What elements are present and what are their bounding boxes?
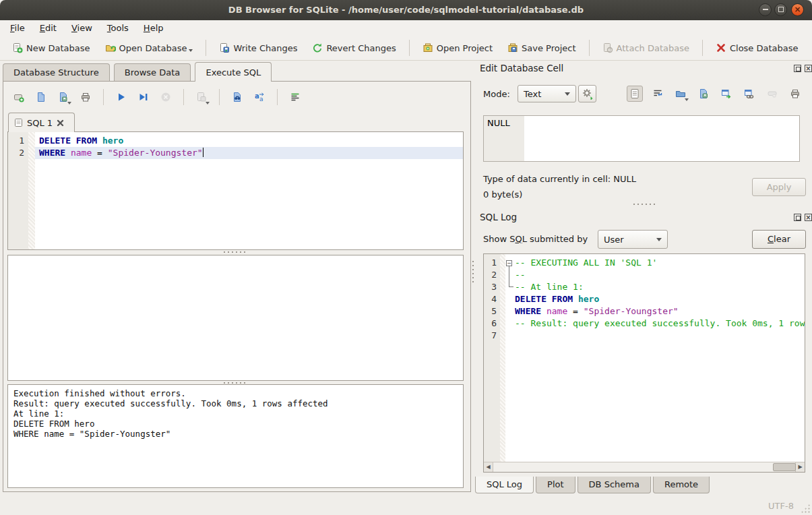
toolbar-separator: [183, 89, 184, 105]
edit-cell-toolbar: [627, 86, 803, 102]
resize-grip[interactable]: [801, 504, 810, 513]
tab-remote[interactable]: Remote: [653, 477, 710, 493]
toolbar-separator: [409, 40, 410, 56]
word-wrap-toggle-icon[interactable]: [287, 89, 303, 105]
attach-database-button[interactable]: Attach Database: [597, 39, 695, 57]
mode-select[interactable]: Text: [518, 85, 576, 102]
menu-help[interactable]: Help: [136, 22, 171, 34]
close-database-label: Close Database: [730, 43, 799, 53]
svg-text:a: a: [255, 92, 259, 100]
main-tab-bar: Database Structure Browse Data Execute S…: [3, 62, 273, 82]
open-sql-file-button[interactable]: [33, 89, 49, 105]
menu-edit[interactable]: Edit: [32, 22, 64, 34]
open-project-button[interactable]: Open Project: [417, 39, 498, 57]
editor-code[interactable]: DELETE FROM heroWHERE name = "Spider-You…: [35, 132, 463, 249]
sql-tab-close-icon[interactable]: [57, 119, 64, 127]
apply-button[interactable]: Apply: [752, 178, 806, 196]
import-dropdown-icon[interactable]: [685, 98, 689, 101]
scrollbar-track[interactable]: [493, 462, 795, 472]
execution-message-pane: Execution finished without errors.Result…: [7, 384, 464, 488]
dock-close-icon[interactable]: ×: [805, 214, 812, 221]
tab-database-structure[interactable]: Database Structure: [3, 63, 110, 82]
tab-sql-log[interactable]: SQL Log: [475, 477, 534, 493]
sql-editor[interactable]: 12 DELETE FROM heroWHERE name = "Spider-…: [7, 131, 464, 250]
new-sql-tab-button[interactable]: [11, 89, 27, 105]
save-sql-file-button[interactable]: [55, 89, 71, 105]
gear-icon: [582, 88, 594, 100]
tab-plot[interactable]: Plot: [536, 477, 575, 493]
auto-apply-settings-button[interactable]: [578, 85, 596, 102]
menu-file[interactable]: File: [3, 22, 32, 34]
log-horizontal-scrollbar[interactable]: ◀ ▶: [484, 462, 805, 472]
word-wrap-button[interactable]: [650, 86, 666, 102]
edit-cell-dock-title: Edit Database Cell: [480, 63, 563, 73]
editor-results-splitter[interactable]: [222, 251, 247, 253]
export-data-button[interactable]: [695, 86, 712, 102]
clear-log-button[interactable]: Clear: [752, 230, 806, 249]
toolbar-separator: [277, 89, 278, 105]
results-grid-pane: [7, 255, 464, 381]
maximize-button[interactable]: [774, 3, 787, 16]
scroll-left-icon[interactable]: ◀: [484, 462, 493, 472]
save-sql-dropdown-icon[interactable]: [67, 102, 71, 104]
auto-format-button[interactable]: aa: [251, 89, 268, 105]
import-data-button[interactable]: [673, 86, 689, 102]
main-vertical-splitter[interactable]: [472, 260, 474, 284]
scroll-right-icon[interactable]: ▶: [795, 462, 805, 472]
tab-db-schema[interactable]: DB Schema: [577, 477, 651, 493]
open-project-icon: [423, 42, 433, 53]
open-database-button[interactable]: Open Database: [100, 39, 199, 57]
stop-execution-button[interactable]: [158, 89, 174, 105]
print-button[interactable]: [77, 89, 94, 105]
dock-float-icon[interactable]: [794, 65, 801, 72]
toolbar-separator: [219, 89, 220, 105]
title-bar[interactable]: DB Browser for SQLite - /home/user/code/…: [0, 0, 812, 20]
maximize-icon: [778, 7, 784, 12]
minimize-icon: [763, 9, 768, 10]
close-button[interactable]: ×: [791, 3, 804, 16]
fold-collapse-icon[interactable]: −: [506, 260, 512, 266]
minimize-button[interactable]: [759, 3, 772, 16]
text-mode-button[interactable]: [627, 86, 643, 102]
save-results-dropdown-icon[interactable]: [206, 102, 210, 104]
toolbar-separator: [589, 40, 590, 56]
chevron-down-icon: [565, 92, 570, 96]
sql-log-dock-buttons: ×: [794, 214, 812, 221]
dock-close-icon[interactable]: ×: [805, 65, 812, 72]
encoding-indicator[interactable]: UTF-8: [768, 501, 794, 511]
menu-bar: File Edit View Tools Help: [0, 20, 812, 36]
tab-browse-data[interactable]: Browse Data: [114, 63, 191, 82]
tab-execute-sql[interactable]: Execute SQL: [195, 62, 272, 82]
menu-tools[interactable]: Tools: [100, 22, 136, 34]
write-changes-button[interactable]: Write Changes: [214, 39, 303, 57]
sql-document-tab[interactable]: SQL 1: [8, 113, 75, 132]
close-database-button[interactable]: Close Database: [710, 39, 804, 57]
fold-guide-line: [509, 266, 509, 287]
open-in-external-button[interactable]: [718, 86, 735, 102]
menu-view[interactable]: View: [64, 22, 100, 34]
dock-splitter[interactable]: [632, 203, 656, 206]
dock-tab-bar: SQL Log Plot DB Schema Remote: [475, 477, 712, 493]
execute-all-button[interactable]: [113, 89, 129, 105]
cell-value-editor[interactable]: NULL: [483, 115, 800, 162]
cell-size-info: 0 byte(s): [483, 189, 522, 200]
main-toolbar: New Database Open Database Write Changes…: [0, 36, 812, 61]
find-replace-button[interactable]: [229, 89, 245, 105]
close-database-icon: [716, 42, 726, 53]
set-null-button[interactable]: [764, 86, 780, 102]
execute-current-line-button[interactable]: [135, 89, 152, 105]
save-results-button[interactable]: [193, 89, 210, 105]
print-cell-button[interactable]: [787, 86, 803, 102]
dock-float-icon[interactable]: [794, 214, 801, 221]
scrollbar-thumb[interactable]: [773, 463, 796, 471]
save-project-button[interactable]: Save Project: [502, 39, 582, 57]
new-database-button[interactable]: New Database: [7, 39, 96, 57]
revert-changes-button[interactable]: Revert Changes: [307, 39, 401, 57]
sql-log-filter-value: User: [604, 235, 624, 245]
write-changes-icon: [219, 42, 230, 53]
open-database-dropdown-icon[interactable]: [189, 49, 193, 52]
log-code: -- EXECUTING ALL IN 'SQL 1'---- At line …: [515, 257, 805, 342]
sql-log-view[interactable]: 1234567 − -- EXECUTING ALL IN 'SQL 1'---…: [483, 253, 805, 473]
sql-log-filter-select[interactable]: User: [598, 230, 668, 249]
link-data-button[interactable]: [741, 86, 757, 102]
